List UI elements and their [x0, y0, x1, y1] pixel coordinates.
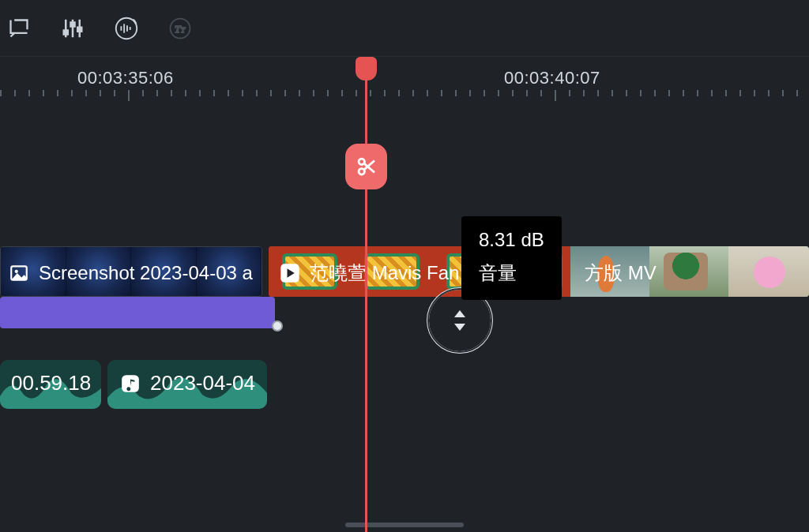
chevron-up-icon	[454, 310, 465, 317]
music-icon	[119, 372, 142, 395]
clip-screenshot[interactable]: Screenshot 2023-04-03 a	[0, 246, 262, 297]
home-indicator	[345, 523, 464, 527]
ruler-time-right: 00:03:40:07	[504, 68, 600, 88]
clip-title: Screenshot 2023-04-03 a	[7, 261, 253, 285]
split-button[interactable]	[345, 144, 387, 189]
scissors-icon	[355, 155, 378, 178]
crop-tool[interactable]	[3, 13, 35, 44]
clip-title-right: 方版 MV	[585, 260, 657, 286]
playhead-handle[interactable]	[356, 57, 377, 81]
clip-title-left: 范曉萱 Mavis Fan	[278, 260, 459, 286]
ruler-ticks	[0, 90, 809, 101]
keyframe-dot[interactable]	[272, 320, 283, 332]
crop-icon	[8, 17, 30, 39]
adjust-tool[interactable]	[57, 13, 88, 44]
clip-label-right: 方版 MV	[585, 260, 657, 286]
audio-enhance-icon	[113, 15, 140, 42]
clip-audio-2[interactable]: 2023-04-04	[107, 360, 267, 409]
clip-title: 00.59.18	[11, 371, 91, 395]
svg-rect-5	[77, 27, 81, 31]
volume-tooltip: 8.31 dB 音量	[461, 216, 562, 300]
tooltip-label: 音量	[479, 260, 544, 286]
clip-label: Screenshot 2023-04-03 a	[39, 262, 253, 284]
play-icon	[278, 261, 302, 285]
chevron-down-icon	[454, 324, 465, 331]
sliders-icon	[61, 17, 85, 40]
svg-rect-3	[64, 30, 68, 34]
playhead[interactable]	[365, 57, 367, 532]
audio-enhance-tool[interactable]	[111, 13, 142, 44]
image-icon	[7, 261, 31, 285]
text-style-icon: T T	[167, 16, 193, 41]
svg-point-19	[15, 270, 18, 273]
timeline[interactable]: Screenshot 2023-04-03 a 范曉萱 Mavis Fan 方版…	[0, 103, 809, 532]
clip-label: 00.59.18	[11, 371, 91, 395]
timeline-ruler[interactable]: 00:03:35:06 00:03:40:07	[0, 57, 809, 103]
clip-purple[interactable]	[0, 297, 275, 328]
ruler-time-left: 00:03:35:06	[77, 68, 174, 88]
text-style-tool[interactable]: T T	[164, 13, 196, 44]
audio-track-1: 00.59.18 2023-04-04	[0, 360, 809, 415]
video-track-1: Screenshot 2023-04-03 a 范曉萱 Mavis Fan 方版…	[0, 246, 809, 341]
clip-audio-1[interactable]: 00.59.18	[0, 360, 101, 409]
toolbar: T T	[0, 0, 809, 57]
clip-label-left: 范曉萱 Mavis Fan	[310, 260, 459, 286]
clip-title: 2023-04-04	[119, 371, 255, 395]
clip-label: 2023-04-04	[150, 371, 255, 395]
tooltip-value: 8.31 dB	[479, 229, 544, 251]
svg-rect-4	[71, 22, 75, 26]
svg-text:T: T	[181, 26, 186, 34]
